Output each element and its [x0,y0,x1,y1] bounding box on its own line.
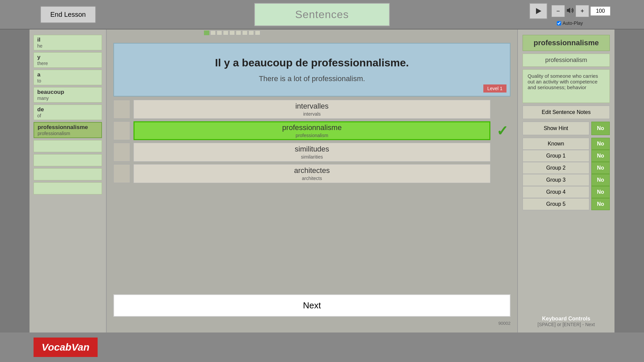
show-hint-button[interactable]: Show Hint [523,122,589,135]
choice-indicator [113,143,130,162]
keyboard-controls-title: Keyboard Controls [523,316,610,322]
group-button[interactable]: Group 2 [523,162,589,174]
group-no-button[interactable]: No [591,150,610,162]
word-item[interactable]: ythere [34,52,102,68]
choice-row: intervallesintervals [113,100,511,119]
progress-segment [242,31,248,35]
choice-box[interactable]: professionnalismeprofessionalism [133,121,490,140]
group-button[interactable]: Group 3 [523,174,589,186]
group-row: Group 1 No [523,150,610,162]
progress-segment [223,31,228,35]
right-sidebar: professionnalisme professionalism Qualit… [517,29,614,333]
autoplay-checkbox[interactable] [557,21,561,25]
progress-area [184,29,420,36]
choice-box[interactable]: similitudessimilarities [133,143,490,162]
group-no-button[interactable]: No [591,174,610,186]
known-row: Known No [523,138,610,150]
choice-box[interactable]: intervallesintervals [133,100,490,119]
record-id: 90002 [113,321,511,326]
choice-indicator [113,100,130,119]
progress-segment [210,31,216,35]
word-item-empty [34,140,102,152]
groups-container: Known No Group 1 No Group 2 No Group 3 N… [523,138,610,210]
top-bar: End Lesson Sentences − + 100 Auto-Play [0,0,644,29]
group-button[interactable]: Group 4 [523,186,589,198]
end-lesson-button[interactable]: End Lesson [40,6,96,23]
play-button[interactable] [529,3,547,19]
word-item[interactable]: ato [34,70,102,85]
group-row: Group 3 No [523,174,610,186]
choice-check [494,164,511,183]
progress-segment [229,31,235,35]
progress-segment [255,31,260,35]
word-item[interactable]: deof [34,105,102,120]
word-title: professionnalisme [523,35,610,51]
choice-row: architectesarchitects [113,164,511,183]
choice-indicator [113,164,130,183]
word-item-empty [34,182,102,194]
word-item[interactable]: professionnalismeprofessionalism [34,122,102,138]
center-area: Il y a beaucoup de professionnalisme. Th… [107,36,517,333]
main-content: ilheythereatobeaucoupmanydeofprofessionn… [30,29,614,333]
choice-check [494,100,511,119]
known-no-button[interactable]: No [591,138,610,150]
autoplay-label[interactable]: Auto-Play [557,20,583,26]
choice-row: professionnalismeprofessionalism✓ [113,121,511,140]
level-badge: Level 1 [483,84,506,93]
group-row: Group 2 No [523,162,610,174]
word-item[interactable]: ilhe [34,35,102,50]
bottom-bar: VocabVan [0,333,644,362]
group-no-button[interactable]: No [591,198,610,210]
sentence-display: Il y a beaucoup de professionnalisme. Th… [113,43,511,97]
left-sidebar: ilheythereatobeaucoupmanydeofprofessionn… [30,29,107,333]
volume-up-button[interactable]: + [576,5,589,17]
choices-area: intervallesintervalsprofessionnalismepro… [113,100,511,290]
keyboard-controls-hint: [SPACE] or [ENTER] - Next [523,322,610,327]
group-no-button[interactable]: No [591,186,610,198]
word-definition: Quality of someone who carries out an ac… [523,69,610,103]
choice-row: similitudessimilarities [113,143,511,162]
choice-box[interactable]: architectesarchitects [133,164,490,183]
edit-sentence-button[interactable]: Edit Sentence Notes [523,106,610,119]
choice-check [494,143,511,162]
word-item-empty [34,154,102,166]
french-sentence: Il y a beaucoup de professionnalisme. [215,57,409,69]
show-hint-no-button[interactable]: No [591,122,610,135]
progress-segment [249,31,254,35]
progress-segment [236,31,241,35]
choice-indicator [113,121,130,140]
word-translation: professionalism [523,54,610,67]
show-hint-row: Show Hint No [523,122,610,135]
progress-bar [204,31,260,35]
progress-segment [217,31,222,35]
known-button[interactable]: Known [523,138,589,150]
next-button[interactable]: Next [113,294,511,317]
word-item-empty [34,168,102,180]
word-item[interactable]: beaucoupmany [34,87,102,103]
group-row: Group 4 No [523,186,610,198]
volume-down-button[interactable]: − [551,5,565,17]
vocabvan-logo: VocabVan [34,338,98,357]
english-sentence: There is a lot of professionalism. [259,74,365,83]
progress-segment [204,31,209,35]
group-button[interactable]: Group 1 [523,150,589,162]
volume-display: 100 [590,6,610,16]
svg-marker-0 [536,8,541,14]
group-button[interactable]: Group 5 [523,198,589,210]
audio-controls: − + 100 Auto-Play [529,3,610,26]
group-row: Group 5 No [523,198,610,210]
svg-marker-1 [567,8,570,13]
group-no-button[interactable]: No [591,162,610,174]
choice-check: ✓ [494,121,511,140]
page-title: Sentences [254,3,390,26]
volume-icon [566,6,574,16]
